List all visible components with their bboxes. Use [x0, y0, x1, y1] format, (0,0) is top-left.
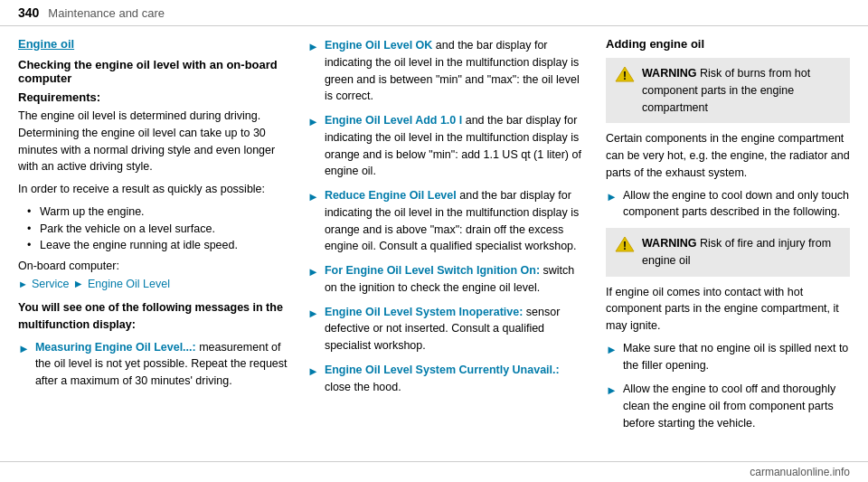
warning2-content: WARNING Risk of fire and injury from eng…	[642, 235, 841, 269]
onboard-label: On-board computer:	[18, 260, 289, 272]
nav-breadcrumb: ► Service ► Engine Oil Level	[18, 278, 289, 290]
oil-add-link[interactable]: Engine Oil Level Add 1.0 l	[325, 114, 462, 127]
engine-oil-heading: Engine oil	[18, 37, 289, 51]
warning-triangle-1: !	[615, 65, 635, 83]
svg-text:!: !	[623, 70, 627, 82]
left-arrow-list: ► Measuring Engine Oil Level...: measure…	[18, 339, 289, 390]
bullet-item-3: Leave the engine running at idle speed.	[27, 237, 289, 254]
nav-arrow-icon: ►	[18, 279, 28, 289]
middle-item-4-text: For Engine Oil Level Switch Ignition On:…	[325, 262, 588, 297]
bold-note: You will see one of the following messag…	[18, 299, 289, 334]
middle-arrow-item-1: ► Engine Oil Level OK and the bar displa…	[307, 37, 588, 105]
right-arrow-text-3: Allow the engine to cool off and thoroug…	[623, 381, 850, 431]
unavail-link[interactable]: Engine Oil Level System Currently Unavai…	[325, 364, 560, 376]
right-arrow-text-1: Allow the engine to cool down and only t…	[623, 187, 850, 222]
warning1-content: WARNING Risk of burns from hot component…	[642, 65, 841, 116]
arrow-icon-1: ►	[307, 38, 319, 56]
right-arrow-text-2: Make sure that no engine oil is spilled …	[623, 340, 850, 374]
middle-column: ► Engine Oil Level OK and the bar displa…	[307, 37, 588, 439]
right-arrow-item-3: ► Allow the engine to cool off and thoro…	[606, 381, 850, 431]
middle-arrow-item-6: ► Engine Oil Level System Currently Unav…	[307, 362, 588, 396]
bullet-item-2: Park the vehicle on a level surface.	[27, 221, 289, 238]
warning-box-2: ! WARNING Risk of fire and injury from e…	[606, 228, 850, 277]
nav-separator: ►	[73, 278, 84, 290]
checking-heading: Checking the engine oil level with an on…	[18, 58, 289, 85]
nav-oil-link[interactable]: Engine Oil Level	[88, 278, 170, 290]
arrow-icon-6: ►	[307, 363, 319, 381]
order-text: In order to receive a result as quickly …	[18, 181, 289, 198]
middle-item-2-text: Engine Oil Level Add 1.0 l and the bar d…	[325, 112, 588, 180]
left-arrow-text: Measuring Engine Oil Level...: measureme…	[35, 339, 289, 390]
warning2-label: WARNING	[642, 237, 696, 250]
middle-item-6-text: Engine Oil Level System Currently Unavai…	[325, 362, 588, 396]
warning-box-1: ! WARNING Risk of burns from hot compone…	[606, 58, 850, 123]
main-content: Engine oil Checking the engine oil level…	[0, 37, 868, 439]
unavail-text: close the hood.	[325, 381, 401, 393]
arrow-icon-2: ►	[307, 113, 319, 131]
right-arrow-icon-2: ►	[606, 341, 618, 359]
warning2-body: If engine oil comes into contact with ho…	[606, 284, 850, 335]
right-column: Adding engine oil ! WARNING Risk of burn…	[606, 37, 850, 439]
warning-triangle-2: !	[615, 235, 635, 253]
requirements-heading: Requirements:	[18, 90, 289, 104]
adding-heading: Adding engine oil	[606, 37, 850, 51]
arrow-icon-3: ►	[307, 188, 319, 206]
right-arrow-list-1: ► Allow the engine to cool down and only…	[606, 187, 850, 222]
right-arrow-icon-3: ►	[606, 382, 618, 400]
page-header: 340 Maintenance and care	[0, 0, 868, 26]
right-arrow-list-2: ► Make sure that no engine oil is spille…	[606, 340, 850, 432]
measuring-link[interactable]: Measuring Engine Oil Level...:	[35, 341, 196, 354]
inoperative-link[interactable]: Engine Oil Level System Inoperative:	[325, 306, 524, 318]
right-arrow-icon-1: ►	[606, 188, 618, 206]
middle-item-5-text: Engine Oil Level System Inoperative: sen…	[325, 304, 588, 354]
nav-service-link[interactable]: Service	[32, 278, 70, 290]
bullet-item-1: Warm up the engine.	[27, 203, 289, 221]
ignition-on-link[interactable]: For Engine Oil Level Switch Ignition On:	[325, 264, 540, 277]
middle-item-3-text: Reduce Engine Oil Level and the bar disp…	[325, 187, 588, 255]
requirements-text: The engine oil level is determined durin…	[18, 108, 289, 175]
warning1-body: Certain components in the engine compart…	[606, 130, 850, 181]
middle-item-1-text: Engine Oil Level OK and the bar display …	[325, 37, 588, 105]
footer-url: carmanualonline.info	[750, 466, 850, 478]
oil-level-ok-link[interactable]: Engine Oil Level OK	[325, 39, 432, 52]
right-arrow-item-2: ► Make sure that no engine oil is spille…	[606, 340, 850, 374]
svg-text:!: !	[623, 240, 627, 252]
arrow-icon-5: ►	[307, 305, 319, 323]
middle-arrow-list: ► Engine Oil Level OK and the bar displa…	[307, 37, 588, 395]
bullet-list: Warm up the engine. Park the vehicle on …	[18, 203, 289, 254]
middle-arrow-item-3: ► Reduce Engine Oil Level and the bar di…	[307, 187, 588, 255]
middle-arrow-item-5: ► Engine Oil Level System Inoperative: s…	[307, 304, 588, 354]
left-arrow-item-1: ► Measuring Engine Oil Level...: measure…	[18, 339, 289, 390]
right-arrow-item-1: ► Allow the engine to cool down and only…	[606, 187, 850, 222]
middle-arrow-item-4: ► For Engine Oil Level Switch Ignition O…	[307, 262, 588, 297]
reduce-engine-link[interactable]: Reduce Engine Oil Level	[325, 189, 457, 202]
left-column: Engine oil Checking the engine oil level…	[18, 37, 289, 439]
page-title: Maintenance and care	[48, 6, 165, 20]
middle-arrow-item-2: ► Engine Oil Level Add 1.0 l and the bar…	[307, 112, 588, 180]
arrow-icon-4: ►	[307, 263, 319, 281]
footer-bar: carmanualonline.info	[0, 461, 868, 482]
warning1-label: WARNING	[642, 67, 696, 80]
page-number: 340	[18, 5, 39, 20]
arrow-icon: ►	[18, 340, 30, 358]
